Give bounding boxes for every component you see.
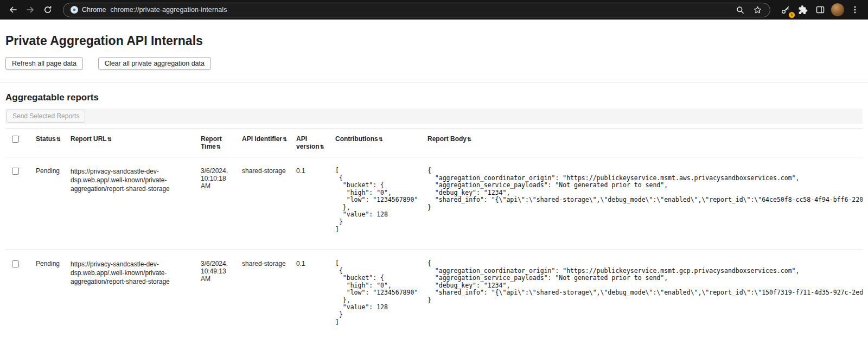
refresh-all-button[interactable]: Refresh all page data <box>5 57 83 70</box>
page-title: Private Aggregation API Internals <box>5 34 863 48</box>
table-row: Pending https://privacy-sandcastle-dev-d… <box>5 250 863 338</box>
sort-icon: ⇅ <box>379 136 383 142</box>
sort-icon: ⇅ <box>107 136 112 142</box>
report-url-cell: https://privacy-sandcastle-dev-dsp.web.a… <box>66 250 196 338</box>
extensions-button[interactable] <box>795 2 810 17</box>
report-time-cell: 3/6/2024, 10:49:13 AM <box>196 250 238 338</box>
table-header-row: Status⇅ Report URL⇅ Report Time⇅ API ide… <box>5 129 863 157</box>
browser-toolbar: Chrome chrome://private-aggregation-inte… <box>0 0 868 20</box>
report-body-json: { "aggregation_coordinator_origin": "htt… <box>427 260 858 304</box>
column-header-label: Report Body <box>427 135 467 143</box>
page-content: Private Aggregation API Internals Refres… <box>0 34 868 338</box>
api-identifier-cell: shared-storage <box>238 250 292 338</box>
report-time-cell: 3/6/2024, 10:10:18 AM <box>196 157 238 250</box>
profile-button[interactable] <box>830 2 845 17</box>
divider <box>0 82 868 82</box>
column-header-label: API version <box>296 135 320 150</box>
column-header-api-version[interactable]: API version⇅ <box>292 129 331 157</box>
row-checkbox[interactable] <box>12 260 19 267</box>
send-selected-reports-button[interactable]: Send Selected Reports <box>7 110 85 123</box>
status-cell: Pending <box>31 157 66 250</box>
column-header-contributions[interactable]: Contributions⇅ <box>331 129 423 157</box>
row-checkbox[interactable] <box>12 168 19 175</box>
site-chip[interactable]: Chrome <box>70 5 106 14</box>
chrome-logo-icon <box>70 5 79 14</box>
send-toolbar: Send Selected Reports <box>5 109 863 124</box>
aggregatable-reports-table: Status⇅ Report URL⇅ Report Time⇅ API ide… <box>5 128 863 338</box>
site-chip-label: Chrome <box>82 6 106 14</box>
zoom-button[interactable] <box>734 4 746 16</box>
url-text: chrome://private-aggregation-internals <box>110 6 730 14</box>
star-icon <box>753 5 762 15</box>
column-header-label: Contributions <box>335 135 378 143</box>
page-actions: Refresh all page data Clear all private … <box>5 57 863 70</box>
row-select-cell <box>5 250 31 338</box>
avatar <box>831 3 844 16</box>
forward-button[interactable] <box>23 2 38 17</box>
sort-icon: ⇅ <box>56 136 61 142</box>
sort-icon: ⇅ <box>467 136 471 142</box>
notification-badge: 1 <box>789 12 795 18</box>
back-button[interactable] <box>5 2 21 17</box>
password-manager-button[interactable]: 1 <box>778 2 793 17</box>
column-header-report-url[interactable]: Report URL⇅ <box>66 129 196 157</box>
section-title: Aggregatable reports <box>5 92 863 103</box>
select-all-checkbox[interactable] <box>12 136 19 143</box>
contributions-json: [ { "bucket": { "high": "0", "low": "123… <box>335 167 419 233</box>
side-panel-button[interactable] <box>813 2 828 17</box>
browser-menu-button[interactable] <box>847 2 863 17</box>
forward-arrow-icon <box>25 5 35 15</box>
reload-button[interactable] <box>40 2 55 17</box>
table-row: Pending https://privacy-sandcastle-dev-d… <box>5 157 863 250</box>
magnifier-icon <box>736 5 745 15</box>
side-panel-icon <box>815 5 825 15</box>
contributions-cell: [ { "bucket": { "high": "0", "low": "123… <box>331 250 423 338</box>
status-cell: Pending <box>31 250 66 338</box>
api-identifier-cell: shared-storage <box>238 157 292 250</box>
kebab-menu-icon <box>850 5 860 15</box>
clear-all-button[interactable]: Clear all private aggregation data <box>98 57 211 70</box>
column-header-report-time[interactable]: Report Time⇅ <box>196 129 238 157</box>
column-header-label: Report URL <box>71 135 107 143</box>
report-body-cell: { "aggregation_coordinator_origin": "htt… <box>423 157 863 250</box>
contributions-json: [ { "bucket": { "high": "0", "low": "123… <box>335 260 419 326</box>
puzzle-icon <box>799 5 808 15</box>
back-arrow-icon <box>8 5 18 15</box>
column-header-status[interactable]: Status⇅ <box>31 129 66 157</box>
column-header-label: Status <box>36 135 56 143</box>
address-bar[interactable]: Chrome chrome://private-aggregation-inte… <box>63 3 770 17</box>
reload-icon <box>43 5 53 15</box>
sort-icon: ⇅ <box>216 144 221 150</box>
bookmark-button[interactable] <box>751 4 763 16</box>
row-select-cell <box>5 157 31 250</box>
select-all-header <box>5 129 31 157</box>
column-header-api-identifier[interactable]: API identifier⇅ <box>238 129 292 157</box>
report-body-cell: { "aggregation_coordinator_origin": "htt… <box>423 250 863 338</box>
report-body-json: { "aggregation_coordinator_origin": "htt… <box>427 167 858 211</box>
column-header-report-body[interactable]: Report Body⇅ <box>423 129 863 157</box>
api-version-cell: 0.1 <box>292 157 331 250</box>
sort-icon: ⇅ <box>320 144 324 150</box>
sort-icon: ⇅ <box>283 136 287 142</box>
contributions-cell: [ { "bucket": { "high": "0", "low": "123… <box>331 157 423 250</box>
column-header-label: API identifier <box>242 135 282 143</box>
report-url-cell: https://privacy-sandcastle-dev-dsp.web.a… <box>66 157 196 250</box>
api-version-cell: 0.1 <box>292 250 331 338</box>
